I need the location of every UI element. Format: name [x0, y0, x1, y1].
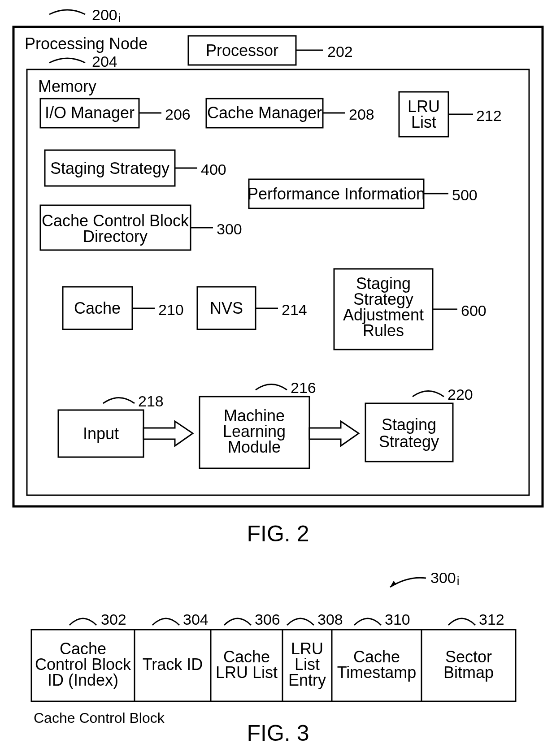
ref-212: 212 — [476, 107, 502, 124]
col3-l2: LRU List — [216, 663, 278, 682]
out-strategy-l2: Strategy — [379, 432, 439, 451]
io-manager-label: I/O Manager — [45, 104, 135, 122]
ref-202: 202 — [327, 43, 353, 60]
ref-304: 304 — [183, 611, 208, 628]
col6-l2: Bitmap — [443, 663, 494, 682]
nvs-label: NVS — [210, 299, 243, 317]
processing-node-label: Processing Node — [25, 35, 148, 53]
ref-306: 306 — [255, 611, 280, 628]
staging-strategy-label: Staging Strategy — [50, 159, 169, 177]
ccb-directory-label2: Directory — [83, 227, 148, 246]
input-label: Input — [83, 424, 119, 443]
svg-text:300i: 300i — [430, 569, 460, 588]
processor-label: Processor — [206, 41, 278, 60]
ref-300i-sub: i — [457, 574, 460, 588]
svg-text:200i: 200i — [92, 6, 121, 25]
ref-302: 302 — [101, 611, 126, 628]
ref-220: 220 — [447, 386, 473, 403]
ref-300: 300 — [217, 220, 242, 238]
svg-marker-11 — [390, 581, 396, 587]
ref-310: 310 — [385, 611, 410, 628]
cache-label: Cache — [74, 299, 121, 317]
mlm-l3: Module — [228, 438, 281, 456]
col4-l3: Entry — [288, 671, 326, 689]
memory-label: Memory — [38, 77, 96, 95]
ref-200-sub: i — [118, 11, 121, 25]
ref-218: 218 — [138, 393, 164, 410]
fig2-title: FIG. 2 — [247, 521, 309, 546]
ref-600: 600 — [461, 302, 486, 319]
ref-300i: 300 — [430, 569, 456, 586]
ref-206: 206 — [165, 106, 191, 123]
ref-400: 400 — [201, 161, 226, 178]
out-strategy-l1: Staging — [382, 415, 436, 434]
rules-l4: Rules — [363, 321, 404, 340]
ref-210: 210 — [158, 301, 184, 318]
ref-216: 216 — [291, 379, 316, 396]
ref-500: 500 — [452, 186, 478, 203]
col2-l1: Track ID — [143, 655, 203, 674]
ref-208: 208 — [349, 106, 374, 123]
fig3-title: FIG. 3 — [247, 721, 309, 746]
ref-200: 200 — [92, 6, 117, 23]
col1-l3: ID (Index) — [48, 671, 118, 689]
ref-312: 312 — [479, 611, 504, 628]
fig3-caption: Cache Control Block — [34, 710, 165, 726]
cache-manager-label: Cache Manager — [207, 104, 322, 122]
lru-list-label2: List — [411, 113, 436, 131]
ref-308: 308 — [317, 611, 343, 628]
col5-l2: Timestamp — [337, 663, 417, 682]
performance-info-label: Performance Information — [248, 185, 425, 203]
ref-204: 204 — [92, 53, 117, 70]
ref-214: 214 — [282, 301, 307, 318]
